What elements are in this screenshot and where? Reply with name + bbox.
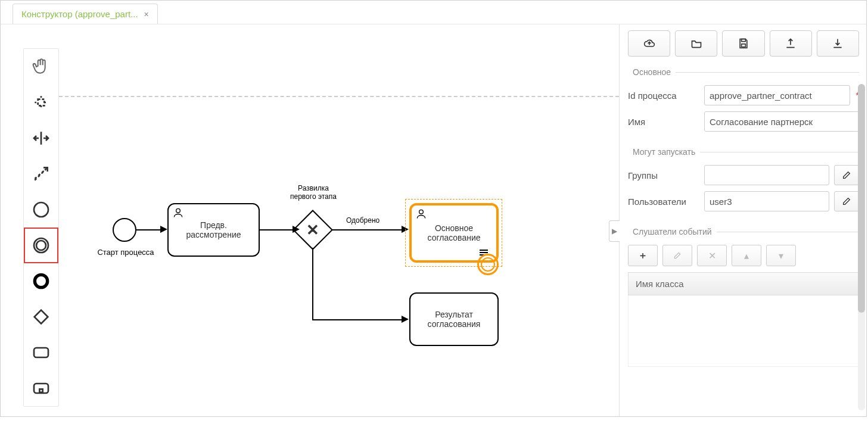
- groups-label: Группы: [628, 170, 699, 180]
- task-label: Предв. рассмотрение: [186, 220, 241, 239]
- hand-tool-icon[interactable]: [24, 49, 58, 85]
- start-event-tool-icon[interactable]: [24, 192, 58, 228]
- svg-point-9: [176, 208, 181, 213]
- process-id-input[interactable]: [704, 85, 850, 105]
- svg-point-4: [35, 275, 47, 287]
- svg-point-3: [36, 241, 46, 250]
- sequence-flow[interactable]: [312, 319, 402, 320]
- user-task-icon: [415, 208, 427, 220]
- open-button[interactable]: [675, 30, 717, 57]
- users-input[interactable]: [704, 191, 829, 211]
- svg-rect-11: [742, 39, 746, 42]
- listener-move-up-button[interactable]: ▴: [732, 245, 761, 266]
- end-event-tool-icon[interactable]: [24, 263, 58, 299]
- collapse-panel-button[interactable]: ▶: [609, 220, 620, 242]
- task-label: Результат согласования: [428, 310, 481, 329]
- svg-rect-6: [34, 348, 48, 357]
- listener-class-header: Имя класса: [628, 272, 859, 295]
- scrollbar-thumb[interactable]: [858, 84, 865, 313]
- sequence-flow[interactable]: [312, 248, 313, 319]
- close-icon[interactable]: ×: [144, 10, 149, 19]
- upload-icon: [785, 38, 797, 49]
- gateway-tool-icon[interactable]: [24, 299, 58, 335]
- exclusive-gateway-icon: ✕: [300, 217, 326, 243]
- connect-tool-icon[interactable]: [24, 156, 58, 192]
- task-tool-icon[interactable]: [24, 335, 58, 370]
- edge-label-approved: Одобрено: [346, 216, 379, 225]
- import-button[interactable]: [817, 30, 859, 57]
- svg-rect-0: [38, 99, 45, 106]
- edit-icon: [842, 170, 851, 180]
- section-main: Основное Id процесса * Имя: [628, 67, 859, 138]
- arrow-head-icon: [402, 316, 409, 323]
- task-preliminary-review[interactable]: Предв. рассмотрение: [167, 203, 260, 257]
- listener-edit-button[interactable]: [662, 245, 692, 266]
- lasso-tool-icon[interactable]: [24, 85, 58, 120]
- properties-panel: ▶ Основное: [619, 24, 866, 416]
- svg-point-10: [419, 210, 424, 214]
- tab-constructor[interactable]: Конструктор (approve_part... ×: [13, 4, 158, 24]
- section-listeners: Слушатели событий ＋ ✕ ▴ ▾ Имя класса: [628, 227, 859, 367]
- gateway-label: Развилка первого этапа: [278, 184, 349, 201]
- download-icon: [832, 38, 844, 49]
- pool-divider: [59, 96, 619, 97]
- subprocess-tool-icon[interactable]: [24, 370, 58, 406]
- process-id-label: Id процесса: [628, 91, 699, 101]
- svg-point-1: [34, 203, 48, 217]
- listener-delete-button[interactable]: ✕: [697, 245, 727, 266]
- sequence-flow-approved[interactable]: [331, 229, 402, 230]
- save-icon: [738, 38, 749, 49]
- canvas[interactable]: Старт процесса Предв. рассмотрение ✕ Раз…: [1, 24, 619, 416]
- arrow-head-icon: [402, 226, 409, 233]
- task-approval-result[interactable]: Результат согласования: [409, 292, 499, 346]
- svg-rect-8: [39, 389, 42, 392]
- process-name-input[interactable]: [704, 111, 859, 132]
- start-event-node[interactable]: [113, 218, 136, 242]
- section-main-legend: Основное: [628, 67, 676, 77]
- export-button[interactable]: [770, 30, 812, 57]
- users-label: Пользователи: [628, 197, 699, 207]
- listener-move-down-button[interactable]: ▾: [766, 245, 796, 266]
- section-listeners-legend: Слушатели событий: [628, 227, 717, 236]
- svg-rect-12: [742, 44, 746, 47]
- arrow-head-icon: [160, 226, 167, 233]
- groups-edit-button[interactable]: [834, 165, 859, 185]
- process-name-label: Имя: [628, 117, 699, 127]
- section-can-start-legend: Могут запускать: [628, 147, 700, 157]
- panel-scrollbar[interactable]: [858, 84, 865, 410]
- start-event-label: Старт процесса: [90, 248, 161, 257]
- groups-input[interactable]: [704, 165, 829, 185]
- sequence-flow[interactable]: [260, 229, 294, 230]
- space-tool-icon[interactable]: [24, 120, 58, 156]
- svg-rect-5: [35, 310, 48, 324]
- boundary-event-icon[interactable]: [477, 254, 499, 275]
- section-can-start: Могут запускать Группы Пользователи: [628, 147, 859, 217]
- users-edit-button[interactable]: [834, 191, 859, 211]
- intermediate-event-tool-icon[interactable]: [24, 228, 58, 263]
- arrow-head-icon: [293, 226, 300, 233]
- edit-icon: [842, 197, 851, 206]
- tab-title: Конструктор (approve_part...: [21, 9, 138, 19]
- panel-toolbar: [628, 30, 859, 57]
- edit-icon: [673, 251, 682, 260]
- listener-add-button[interactable]: ＋: [628, 245, 658, 266]
- tab-bar: Конструктор (approve_part... ×: [1, 1, 866, 24]
- cloud-upload-icon: [643, 38, 655, 49]
- cloud-upload-button[interactable]: [628, 30, 670, 57]
- sequence-flow[interactable]: [136, 229, 160, 230]
- folder-open-icon: [690, 38, 702, 49]
- listener-class-list[interactable]: [628, 295, 859, 367]
- listener-toolbar: ＋ ✕ ▴ ▾: [628, 245, 859, 266]
- task-label: Основное согласование: [427, 223, 480, 242]
- tool-palette: [23, 48, 59, 407]
- save-button[interactable]: [722, 30, 764, 57]
- user-task-icon: [172, 207, 184, 219]
